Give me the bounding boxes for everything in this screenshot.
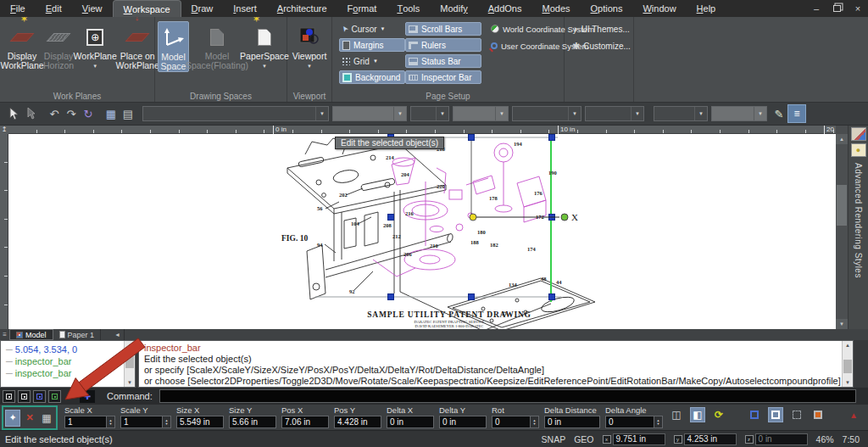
snap-mode-button-4[interactable] [48,390,61,403]
selection-center-handle[interactable] [470,214,476,221]
menu-help[interactable]: Help [687,0,726,17]
selection-table-button[interactable]: ▦ [39,410,54,427]
menu-window[interactable]: Window [632,0,686,17]
menu-insert[interactable]: Insert [223,0,267,17]
menu-addons[interactable]: AddOns [478,0,532,17]
field-input[interactable] [334,416,381,428]
keep-size-icon[interactable] [789,407,804,422]
selection-info-table-icon[interactable]: ▦ [103,105,120,122]
ruler-origin-icon[interactable]: ↥ [0,126,8,134]
spinner[interactable]: ▲▼ [531,416,539,428]
history-item[interactable]: ─inspector_bar [6,355,123,367]
viewport-button[interactable]: Viewport ▼ [290,21,329,71]
menu-architecture[interactable]: Architecture [267,0,337,17]
field-input[interactable] [120,416,163,428]
delete-button[interactable]: ✕ [22,410,37,427]
scroll-up-icon[interactable]: ▲ [843,341,853,349]
restore-icon[interactable] [833,5,841,12]
coordinate-y-field[interactable]: y 4.253 in [674,433,737,445]
scroll-up-icon[interactable]: ▲ [836,134,848,144]
toggle-grid[interactable]: Grid▼ [339,54,405,68]
undo-icon[interactable]: ↶ [46,105,63,122]
toggle-scroll-bars[interactable]: Scroll Bars [405,22,481,36]
style-combo[interactable]: ▼ [142,106,329,121]
menu-format[interactable]: Format [337,0,387,17]
menu-file[interactable]: File [0,0,36,17]
reference-point-icon[interactable] [810,407,826,422]
toggle-cursor[interactable]: ➤Cursor▼ [339,22,405,36]
line-style-combo[interactable]: ▼ [512,106,581,121]
toggle-margins[interactable]: Margins [339,38,405,52]
toggle-status-bar[interactable]: Status Bar [405,54,481,68]
vertical-ruler[interactable] [0,134,8,329]
move-mode-icon[interactable] [747,407,762,422]
field-input[interactable] [439,416,487,428]
model-space-floating-button[interactable]: Model Space(Floating) [191,21,243,72]
toggle-user-coordinate-system[interactable]: User Coordinate System [488,39,565,53]
scale-combo[interactable]: ▼ [332,106,407,121]
redo-loop-icon[interactable]: ↻ [80,105,97,122]
scrollbar-thumb[interactable] [837,185,847,226]
field-input[interactable] [64,416,107,428]
layer-combo[interactable]: ▼ [654,106,708,121]
history-tree-panel[interactable]: ─5.054, 3.534, 0─inspector_bar─inspector… [0,340,136,388]
scroll-up-icon[interactable]: ▲ [125,341,135,349]
command-input[interactable] [159,389,856,403]
field-input[interactable] [605,416,654,428]
display-horizon-button[interactable]: Display Horizon [43,21,74,71]
render-lamp-icon[interactable]: ● [851,143,866,157]
field-input[interactable] [387,416,434,428]
paperspace-button[interactable]: ✶ PaperSpace ▼ [245,21,284,72]
spinner[interactable]: ▲▼ [107,416,115,428]
autoselect-wand-button[interactable]: ✦ [5,410,20,427]
toggle-rulers[interactable]: Rulers [405,38,481,52]
y-coordinate-value[interactable]: 4.253 in [684,433,737,445]
minimize-button[interactable]: – [811,4,821,13]
history-scrollbar[interactable]: ▲ ▼ [124,341,135,387]
history-item[interactable]: ─inspector_bar [6,367,123,379]
field-input[interactable] [176,416,224,428]
toggle-background[interactable]: Background [339,70,405,84]
render-image-icon[interactable] [851,127,866,141]
delta-angle-icon[interactable]: ▲ [846,407,861,422]
model-space-button[interactable]: Model Space [158,21,189,72]
scrollbar-thumb[interactable] [125,351,134,368]
filter-combo[interactable]: ▼ [711,106,767,121]
snap-mode-button-2[interactable] [18,390,31,403]
spinner[interactable]: ▲▼ [654,416,663,428]
tab-menu-icon[interactable]: ≡ [0,329,9,340]
menu-view[interactable]: View [72,0,113,17]
tab-paper-1[interactable]: Paper 1 [53,329,102,340]
pen-icon[interactable]: ✎ [771,105,787,122]
scroll-down-icon[interactable]: ▼ [836,319,848,329]
place-on-workplane-button[interactable]: ↓ Place on WorkPlane [116,21,159,71]
scroll-down-icon[interactable]: ▼ [125,378,135,387]
field-input[interactable] [544,416,600,428]
drawing-canvas[interactable]: X 20256104949220421421620620821221021822… [8,134,836,329]
field-input[interactable] [492,416,531,428]
x-coordinate-value[interactable]: 9.751 in [613,433,665,445]
z-coordinate-value[interactable]: 0 in [755,433,808,445]
ui-themes-button[interactable]: ◑UI Themes... [570,22,633,36]
toggle-2d3d-icon[interactable]: ◧ [690,407,705,422]
toggle-inspector-bar[interactable]: Inspector Bar [405,70,481,84]
spinner[interactable]: ▲▼ [163,416,171,428]
menu-modify[interactable]: Modify [430,0,477,17]
snap-mode-button-1[interactable] [3,390,15,403]
console-panel[interactable]: inspector_bar Edit the selected object(s… [138,340,854,388]
pen-width-combo[interactable]: ▼ [410,106,449,121]
close-button[interactable]: × [853,4,863,13]
select-tool-icon[interactable] [6,105,23,122]
layer-manager-button[interactable]: ≡ [787,104,806,123]
console-scrollbar[interactable]: ▲ ▼ [842,341,853,387]
menu-workspace[interactable]: Workspace [113,0,181,17]
properties-icon[interactable]: ◫ [669,407,684,422]
redo-icon[interactable]: ↷ [63,105,80,122]
menu-tools[interactable]: Tools [387,0,430,17]
field-input[interactable] [229,416,276,428]
menu-edit[interactable]: Edit [36,0,72,17]
field-input[interactable] [281,416,329,428]
horizontal-ruler[interactable]: 0 in 10 in 20 in [8,126,836,134]
tab-model[interactable]: Model [9,329,53,340]
workplane-button[interactable]: ⊕ WorkPlane ▼ [75,21,114,71]
